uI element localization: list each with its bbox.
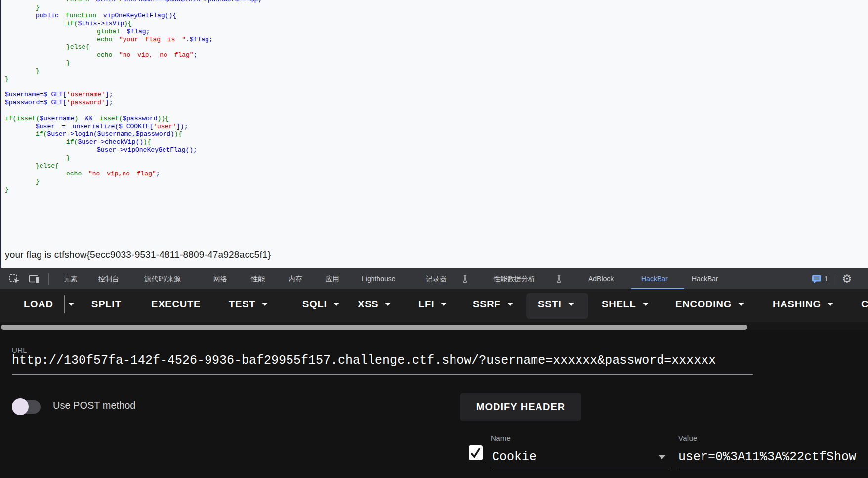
shell-menu[interactable]: SHELL	[602, 289, 649, 319]
split-button[interactable]: SPLIT	[91, 289, 122, 319]
ssrf-menu[interactable]: SSRF	[473, 289, 513, 319]
tab-lighthouse[interactable]: Lighthouse	[362, 268, 396, 290]
load-split-separator	[64, 295, 65, 313]
tab-performance-insights[interactable]: 性能数据分析	[494, 268, 535, 290]
tab-sources[interactable]: 源代码/来源	[144, 268, 181, 290]
messages-bubble-icon[interactable]	[812, 275, 823, 286]
device-toolbar-icon[interactable]	[29, 274, 41, 286]
lfi-menu[interactable]: LFI	[418, 289, 447, 319]
check-icon	[469, 445, 483, 460]
header-name-select[interactable]: Cookie	[492, 450, 537, 464]
settings-gear-icon[interactable]: ⚙	[842, 268, 852, 290]
cookie-enabled-checkbox[interactable]	[469, 445, 483, 460]
cut-off-menu[interactable]: C	[861, 289, 868, 319]
url-input-underline	[12, 374, 753, 375]
hackbar-toolbar: LOAD SPLIT EXECUTE TEST SQLI XSS LFI SSR…	[0, 289, 868, 322]
chevron-down-icon	[385, 303, 391, 306]
tab-application[interactable]: 应用	[326, 268, 339, 290]
chevron-down-icon	[507, 303, 513, 306]
tab-hackbar-2[interactable]: HackBar	[692, 268, 718, 290]
flask-icon	[555, 275, 563, 285]
tab-console[interactable]: 控制台	[98, 268, 119, 290]
sqli-menu[interactable]: SQLI	[302, 289, 339, 319]
name-label: Name	[491, 434, 511, 442]
message-count: 1	[824, 268, 828, 290]
load-dropdown-arrow[interactable]	[68, 289, 74, 319]
chevron-down-icon	[738, 303, 744, 306]
use-post-label: Use POST method	[53, 400, 135, 411]
value-field-underline	[678, 468, 868, 468]
flask-icon	[461, 275, 469, 285]
tab-hackbar-active[interactable]: HackBar	[641, 268, 668, 290]
horizontal-scrollbar-thumb[interactable]	[1, 325, 747, 330]
chevron-down-icon	[827, 303, 833, 306]
flag-output: your flag is ctfshow{5ecc9033-9531-4811-…	[5, 249, 271, 260]
hashing-menu[interactable]: HASHING	[773, 289, 833, 319]
page-left-edge	[0, 0, 1, 268]
value-label: Value	[678, 434, 698, 442]
ssti-menu[interactable]: SSTI	[538, 289, 574, 319]
php-source-code: return $this->username===$u&&$this->pass…	[5, 0, 262, 194]
tab-recorder[interactable]: 记录器	[426, 268, 447, 290]
url-input[interactable]: http://130f57fa-142f-4526-9936-baf29955f…	[12, 353, 716, 368]
chevron-down-icon	[568, 303, 574, 306]
tab-elements[interactable]: 元素	[64, 268, 78, 290]
chevron-down-icon	[643, 303, 649, 306]
execute-button[interactable]: EXECUTE	[151, 289, 201, 319]
tab-performance[interactable]: 性能	[251, 268, 265, 290]
tab-network[interactable]: 网络	[213, 268, 227, 290]
name-field-underline	[491, 468, 671, 468]
test-menu[interactable]: TEST	[229, 289, 268, 319]
toggle-thumb	[12, 398, 29, 415]
chevron-down-icon[interactable]	[659, 455, 665, 459]
inspect-element-icon[interactable]	[9, 274, 20, 286]
screen: return $this->username===$u&&$this->pass…	[0, 0, 868, 478]
toolbar-separator	[835, 273, 835, 285]
webpage-content: return $this->username===$u&&$this->pass…	[0, 0, 868, 268]
tab-memory[interactable]: 内存	[289, 268, 302, 290]
chevron-down-icon	[333, 303, 339, 306]
encoding-menu[interactable]: ENCODING	[675, 289, 744, 319]
toolbar-separator	[48, 273, 49, 285]
chevron-down-icon	[262, 303, 268, 306]
xss-menu[interactable]: XSS	[358, 289, 391, 319]
use-post-toggle[interactable]	[12, 398, 42, 415]
chevron-down-icon	[441, 303, 447, 306]
chevron-down-icon	[68, 303, 74, 306]
devtools-tab-bar: 元素 控制台 源代码/来源 网络 性能 内存 应用 Lighthouse 记录器…	[0, 268, 868, 289]
modify-header-button[interactable]: MODIFY HEADER	[460, 393, 581, 421]
hackbar-panel: URL http://130f57fa-142f-4526-9936-baf29…	[0, 330, 868, 478]
header-value-input[interactable]: user=0%3A11%3A%22ctfShow	[678, 450, 856, 464]
tab-adblock[interactable]: AdBlock	[588, 268, 614, 290]
horizontal-scrollbar-track	[0, 322, 868, 330]
load-button[interactable]: LOAD	[24, 289, 53, 319]
